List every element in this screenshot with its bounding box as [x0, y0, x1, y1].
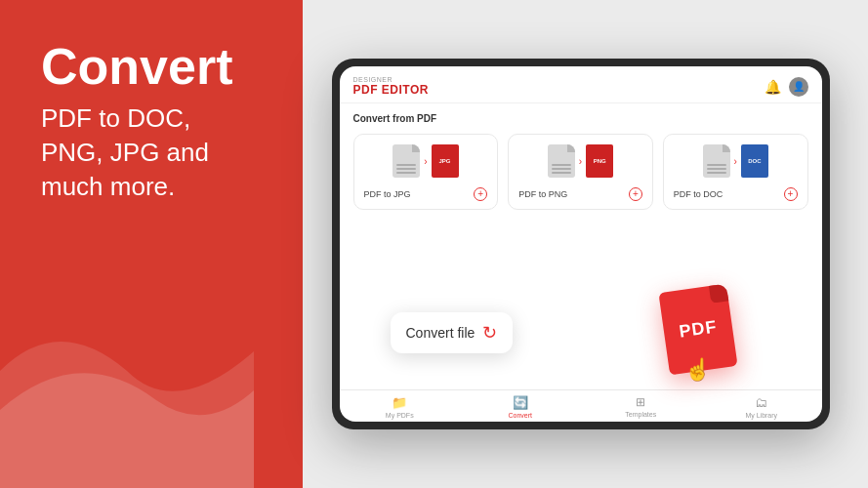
pdf-floating-label: PDF [678, 316, 719, 342]
avatar[interactable]: 👤 [789, 77, 808, 97]
add-button[interactable]: + [784, 187, 798, 201]
file-line-1 [707, 164, 726, 166]
tab-convert[interactable]: 🔄 Convert [460, 395, 581, 419]
app-title: PDF EDITOR [353, 83, 429, 97]
source-file-lines [707, 164, 726, 174]
source-file-icon [393, 144, 420, 178]
target-file-icon-jpg: JPG [432, 144, 459, 178]
card-label: PDF to JPG [364, 189, 411, 199]
pdf-to-jpg-card[interactable]: › JPG PDF to JPG + [353, 134, 499, 210]
source-file-lines [552, 164, 571, 174]
right-panel: DESIGNER PDF EDITOR 🔔 👤 Convert from PDF [303, 0, 868, 488]
file-line-2 [707, 168, 726, 170]
card-footer: PDF to DOC + [674, 187, 798, 201]
file-line-3 [707, 172, 726, 174]
card-label: PDF to DOC [674, 189, 723, 199]
tab-my-pdfs[interactable]: 📁 My PDFs [340, 395, 461, 419]
add-button[interactable]: + [629, 187, 642, 201]
section-title: Convert from PDF [353, 113, 808, 124]
left-panel: Convert PDF to DOC, PNG, JPG and much mo… [0, 0, 303, 488]
target-format-label: JPG [438, 158, 450, 164]
target-file-icon-png: PNG [586, 144, 613, 178]
convert-file-popup[interactable]: Convert file ↻ [391, 312, 514, 353]
my-pdfs-icon: 📁 [392, 395, 407, 410]
target-file-icon-doc: DOC [741, 144, 768, 178]
arrow-icon: › [734, 156, 737, 167]
main-container: Convert PDF to DOC, PNG, JPG and much mo… [0, 0, 868, 488]
pdf-to-doc-card[interactable]: › DOC PDF to DOC + [663, 134, 808, 210]
hand-cursor-icon: ☝ [684, 357, 711, 383]
card-label: PDF to PNG [518, 189, 567, 199]
card-icons: › PNG [548, 144, 613, 178]
tab-bar: 📁 My PDFs 🔄 Convert ⊞ Templates 🗂 My Lib… [340, 389, 822, 422]
arrow-icon: › [579, 156, 582, 167]
card-icons: › JPG [393, 144, 458, 178]
app-designer-label: DESIGNER [353, 76, 429, 83]
convert-icon: 🔄 [513, 395, 528, 410]
tab-label-templates: Templates [625, 411, 656, 418]
file-line-1 [552, 164, 571, 166]
file-line-2 [396, 168, 416, 170]
pdf-to-png-card[interactable]: › PNG PDF to PNG + [508, 134, 653, 210]
tab-my-library[interactable]: 🗂 My Library [701, 395, 822, 419]
target-format-label: DOC [748, 158, 761, 164]
app-logo: DESIGNER PDF EDITOR [353, 76, 429, 97]
tab-label-my-pdfs: My PDFs [386, 412, 414, 419]
add-button[interactable]: + [474, 187, 487, 201]
source-file-icon [548, 144, 575, 178]
hero-title: Convert [41, 41, 266, 92]
file-line-2 [552, 168, 571, 170]
card-footer: PDF to JPG + [364, 187, 488, 201]
library-icon: 🗂 [755, 395, 767, 410]
target-format-label: PNG [594, 158, 606, 164]
wave-decoration [0, 293, 254, 488]
app-header: DESIGNER PDF EDITOR 🔔 👤 [340, 66, 822, 103]
file-line-3 [396, 172, 416, 174]
file-line-1 [396, 164, 416, 166]
source-file-lines [396, 164, 416, 174]
bell-icon[interactable]: 🔔 [765, 79, 781, 95]
tab-templates[interactable]: ⊞ Templates [581, 395, 702, 419]
tab-label-my-library: My Library [745, 412, 777, 419]
convert-file-label: Convert file [406, 325, 475, 341]
tablet-mockup: DESIGNER PDF EDITOR 🔔 👤 Convert from PDF [332, 59, 830, 429]
header-icons: 🔔 👤 [765, 77, 808, 97]
source-file-icon [703, 144, 730, 178]
tablet-screen: DESIGNER PDF EDITOR 🔔 👤 Convert from PDF [340, 66, 822, 422]
file-line-3 [552, 172, 571, 174]
card-footer: PDF to PNG + [518, 187, 642, 201]
tab-label-convert: Convert [508, 412, 532, 419]
conversion-cards: › JPG PDF to JPG + [353, 134, 808, 210]
templates-icon: ⊞ [636, 395, 645, 409]
card-icons: › DOC [703, 144, 768, 178]
refresh-icon: ↻ [482, 322, 497, 344]
arrow-icon: › [424, 156, 427, 167]
hero-subtitle: PDF to DOC, PNG, JPG and much more. [41, 102, 266, 204]
